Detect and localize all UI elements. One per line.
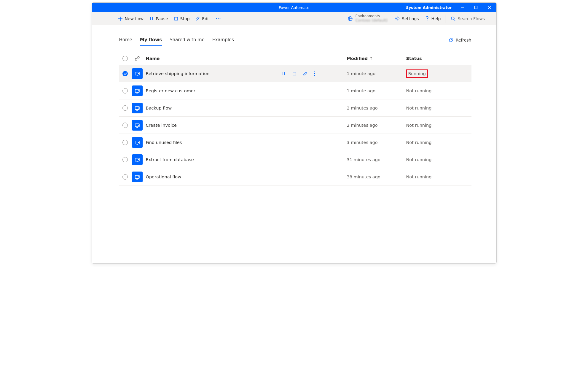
more-button[interactable] <box>213 14 224 24</box>
status-cell: Not running <box>406 88 471 93</box>
env-value: Contoso (default) <box>355 18 388 23</box>
sort-asc-icon: ↑ <box>369 56 372 61</box>
minimize-button[interactable] <box>455 3 469 12</box>
row-more-button[interactable] <box>314 71 315 76</box>
globe-icon <box>348 16 353 21</box>
row-checkbox[interactable] <box>122 71 128 76</box>
new-flow-button[interactable]: New flow <box>115 14 147 24</box>
settings-label: Settings <box>402 16 419 21</box>
select-all-checkbox[interactable] <box>122 56 128 61</box>
row-checkbox[interactable] <box>122 123 128 128</box>
flow-icon <box>132 172 143 182</box>
toolbar: New flow Pause Stop Edit Environments Co… <box>92 12 496 25</box>
row-checkbox[interactable] <box>122 105 128 111</box>
tab-myflows[interactable]: My flows <box>140 34 162 46</box>
stop-icon <box>174 17 178 21</box>
flow-name[interactable]: Find unused files <box>144 140 282 145</box>
tab-home[interactable]: Home <box>119 34 132 46</box>
pause-icon <box>149 17 154 21</box>
svg-point-10 <box>218 18 219 19</box>
svg-rect-1 <box>474 6 477 9</box>
window-title: Power Automate <box>279 5 309 10</box>
flow-name[interactable]: Create invoice <box>144 123 282 128</box>
svg-point-28 <box>314 75 315 76</box>
row-checkbox[interactable] <box>122 140 128 145</box>
divider <box>445 15 445 23</box>
flow-name[interactable]: Retrieve shipping information <box>144 71 282 76</box>
status-cell: Not running <box>406 106 471 110</box>
stop-label: Stop <box>180 16 190 21</box>
modified-text: 2 minutes ago <box>347 106 406 110</box>
tab-shared[interactable]: Shared with me <box>170 34 205 46</box>
row-pause-button[interactable] <box>282 72 286 76</box>
more-icon <box>216 18 221 19</box>
user-name[interactable]: System Administrator <box>406 5 455 10</box>
flow-icon <box>132 154 143 165</box>
row-stop-button[interactable] <box>292 72 297 76</box>
pause-button[interactable]: Pause <box>146 14 171 24</box>
flow-name[interactable]: Operational flow <box>144 175 282 179</box>
env-label: Environments <box>355 14 388 18</box>
row-edit-button[interactable] <box>303 71 307 76</box>
modified-text: 1 minute ago <box>347 88 406 93</box>
flow-name[interactable]: Extract from database <box>144 157 282 162</box>
edit-label: Edit <box>202 16 210 21</box>
row-checkbox[interactable] <box>122 157 128 162</box>
search-input[interactable] <box>458 16 490 21</box>
refresh-button[interactable]: Refresh <box>448 38 471 43</box>
flow-icon <box>132 137 143 148</box>
svg-point-9 <box>216 18 217 19</box>
status-cell: Running <box>406 69 471 78</box>
flow-name[interactable]: Backup flow <box>144 106 282 110</box>
tab-examples[interactable]: Examples <box>212 34 234 46</box>
gear-icon <box>395 16 400 21</box>
search-flows[interactable] <box>447 16 495 21</box>
modified-text: 1 minute ago <box>347 71 406 76</box>
column-status[interactable]: Status <box>406 56 471 61</box>
table-row[interactable]: Find unused files3 minutes agoNot runnin… <box>119 134 471 151</box>
close-button[interactable] <box>483 3 496 12</box>
flow-icon <box>132 103 143 113</box>
help-icon <box>425 16 429 21</box>
modified-text: 31 minutes ago <box>347 157 406 162</box>
modified-text: 2 minutes ago <box>347 123 406 128</box>
help-button[interactable]: Help <box>422 14 444 24</box>
table-row[interactable]: Operational flow38 minutes agoNot runnin… <box>119 168 471 185</box>
flow-name[interactable]: Register new customer <box>144 88 282 93</box>
row-checkbox[interactable] <box>122 174 128 180</box>
refresh-label: Refresh <box>456 38 471 42</box>
table-row[interactable]: Register new customer1 minute agoNot run… <box>119 82 471 99</box>
status-cell: Not running <box>406 157 471 162</box>
status-text: Running <box>406 69 428 78</box>
flow-icon <box>132 68 143 79</box>
environments-picker[interactable]: Environments Contoso (default) <box>343 12 392 25</box>
status-cell: Not running <box>406 123 471 128</box>
stop-button[interactable]: Stop <box>171 14 193 24</box>
edit-button[interactable]: Edit <box>192 14 213 24</box>
row-checkbox[interactable] <box>122 88 128 93</box>
help-label: Help <box>431 16 441 21</box>
svg-line-18 <box>454 20 455 21</box>
flow-icon <box>132 85 143 96</box>
maximize-button[interactable] <box>469 3 483 12</box>
column-modified[interactable]: Modified ↑ <box>347 56 406 61</box>
settings-button[interactable]: Settings <box>392 14 422 24</box>
svg-rect-8 <box>175 17 178 20</box>
sort-type-icon[interactable] <box>135 56 140 61</box>
table-row[interactable]: Create invoice2 minutes agoNot running <box>119 117 471 134</box>
titlebar: Power Automate System Administrator <box>92 3 496 12</box>
table-row[interactable]: Extract from database31 minutes agoNot r… <box>119 151 471 168</box>
svg-rect-25 <box>293 72 296 75</box>
svg-point-16 <box>427 20 427 20</box>
svg-point-20 <box>138 56 139 58</box>
svg-point-26 <box>314 71 315 72</box>
search-icon <box>451 16 455 21</box>
edit-icon <box>195 16 200 21</box>
svg-point-15 <box>396 18 398 19</box>
new-flow-label: New flow <box>125 16 144 21</box>
column-name[interactable]: Name <box>144 56 282 61</box>
table-row[interactable]: Backup flow2 minutes agoNot running <box>119 99 471 117</box>
plus-icon <box>118 16 123 21</box>
table-row[interactable]: Retrieve shipping information 1 minute a… <box>119 65 471 82</box>
pause-label: Pause <box>156 16 168 21</box>
